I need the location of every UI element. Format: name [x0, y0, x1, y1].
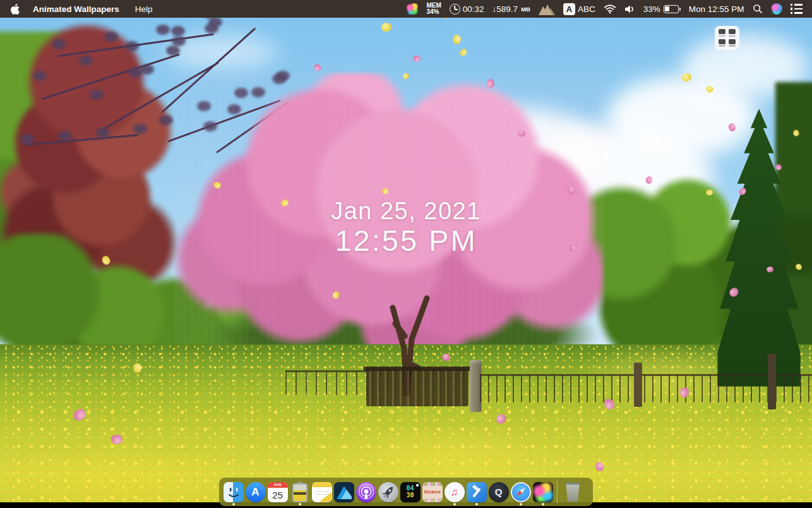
date-widget-icon: 04 30	[400, 482, 421, 502]
animated-wallpapers-icon	[533, 482, 553, 502]
input-label: ABC	[578, 4, 595, 14]
running-indicator	[299, 503, 301, 505]
dock-item-stickers[interactable]: Stickers	[421, 478, 443, 506]
volume-status-item[interactable]	[624, 4, 635, 14]
timer-status-item[interactable]: 00:32	[450, 4, 484, 15]
overlay-time: 12:55 PM	[0, 225, 812, 256]
quicktime-icon: Q	[489, 482, 509, 502]
mem-value: 34%	[426, 8, 439, 15]
dock-item-quicktime[interactable]: Q	[487, 478, 510, 506]
mem-label: MEM	[426, 2, 441, 9]
dock-item-affinity-designer[interactable]	[333, 478, 355, 506]
dock-item-safari[interactable]	[510, 478, 532, 506]
clock-icon	[450, 4, 460, 15]
dock-item-date-widget[interactable]: 04 30	[399, 478, 421, 506]
dock: A JAN 25	[219, 478, 593, 506]
dock-item-calendar[interactable]: JAN 25	[266, 478, 289, 506]
fireworks-icon	[407, 3, 418, 15]
running-indicator	[542, 503, 544, 505]
mountain-status-item[interactable]	[539, 3, 555, 15]
network-download-item[interactable]: ↓589.7MB	[493, 4, 530, 14]
input-badge: A	[563, 3, 575, 15]
battery-status-item[interactable]: 33%	[643, 4, 681, 14]
dock-item-notes[interactable]	[311, 478, 333, 506]
running-indicator	[520, 503, 522, 505]
dock-item-finder[interactable]	[222, 478, 244, 506]
input-source-item[interactable]: A ABC	[563, 3, 595, 15]
safari-icon	[511, 482, 531, 502]
podcasts-icon	[356, 482, 376, 502]
petal	[793, 130, 799, 136]
mountain-icon	[539, 3, 555, 15]
dock-item-animated-wallpapers[interactable]	[532, 478, 554, 506]
menu-bar-clock[interactable]: Mon 12:55 PM	[689, 4, 744, 14]
search-icon	[753, 4, 763, 14]
running-indicator	[475, 503, 478, 505]
dock-item-rocket-app[interactable]	[377, 478, 399, 506]
apple-icon	[11, 4, 20, 15]
affinity-designer-icon	[334, 482, 354, 502]
running-indicator	[232, 503, 235, 505]
dock-item-battery-app[interactable]	[289, 478, 311, 506]
wifi-status-item[interactable]	[604, 4, 616, 14]
dock-item-app-store[interactable]: A	[244, 478, 266, 506]
dock-separator	[554, 478, 559, 506]
petal	[767, 267, 773, 272]
trash-icon	[565, 483, 581, 502]
menu-bar: Animated Wallpapers Help MEM 34% 00:32 ↓…	[0, 0, 812, 18]
battery-app-icon	[290, 482, 310, 502]
wallpapers-status-item[interactable]	[407, 3, 418, 15]
notes-icon	[312, 482, 332, 502]
calendar-icon: JAN 25	[268, 482, 288, 502]
siri-icon	[771, 3, 782, 15]
dock-item-music[interactable]: ♫	[443, 478, 465, 506]
rocket-icon	[378, 482, 398, 502]
fence-right	[480, 374, 812, 402]
fence-post	[768, 354, 776, 409]
timer-value: 00:32	[463, 4, 484, 14]
wooden-gate	[366, 368, 469, 406]
spotlight-item[interactable]	[753, 4, 763, 14]
wifi-icon	[604, 4, 616, 14]
xcode-icon	[467, 482, 487, 502]
app-menu-title[interactable]: Animated Wallpapers	[33, 4, 119, 14]
app-store-icon: A	[246, 482, 266, 502]
battery-icon	[664, 5, 679, 13]
memory-status-item[interactable]: MEM 34%	[426, 3, 441, 16]
dock-item-podcasts[interactable]	[355, 478, 377, 506]
finder-icon	[224, 482, 244, 502]
fence-post	[634, 363, 642, 407]
fence-left	[285, 370, 369, 395]
music-icon: ♫	[445, 482, 465, 502]
speaker-icon	[624, 4, 635, 14]
wallpaper-clock-overlay: Jan 25, 2021 12:55 PM	[0, 198, 812, 256]
apple-menu[interactable]	[11, 4, 20, 15]
help-menu[interactable]: Help	[135, 4, 153, 14]
dock-item-trash[interactable]	[559, 478, 586, 506]
dock-item-xcode[interactable]	[465, 478, 487, 506]
notification-center-item[interactable]	[791, 4, 803, 15]
overlay-date: Jan 25, 2021	[0, 198, 812, 225]
siri-item[interactable]	[771, 3, 782, 15]
notification-center-icon	[791, 4, 803, 15]
stickers-icon: Stickers	[422, 482, 443, 502]
running-indicator	[453, 503, 456, 505]
widgets-grid-button[interactable]	[715, 26, 739, 50]
battery-percent: 33%	[643, 4, 660, 14]
download-unit: MB	[521, 6, 530, 13]
download-value: ↓589.7	[493, 4, 518, 14]
